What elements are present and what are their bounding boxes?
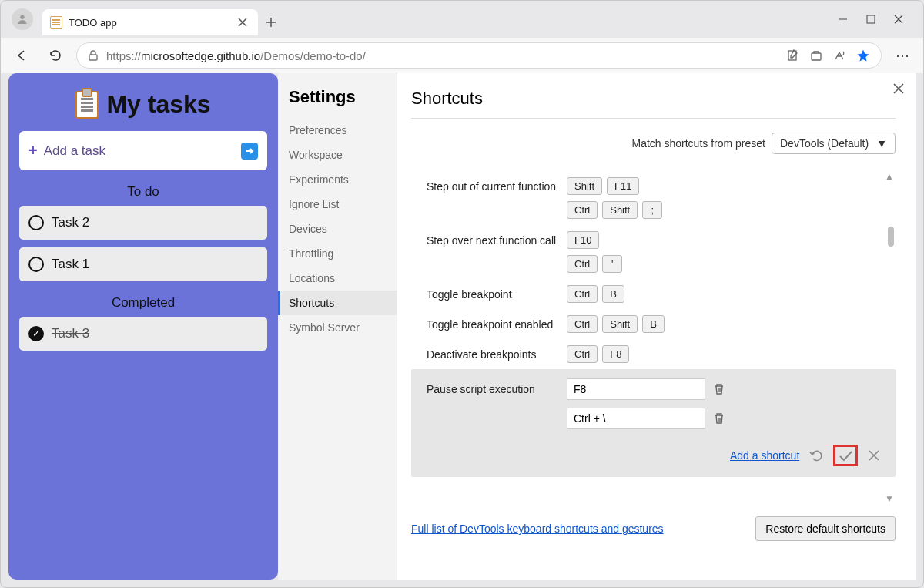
nav-item-experiments[interactable]: Experiments — [278, 167, 397, 192]
todo-app: My tasks + Add a task To do Task 2 Task … — [8, 73, 278, 580]
delete-shortcut-icon[interactable] — [710, 383, 728, 395]
shortcut-input[interactable]: F8 — [567, 378, 705, 400]
read-aloud-icon[interactable] — [833, 49, 845, 62]
address-bar[interactable]: https://microsoftedge.github.io/Demos/de… — [76, 42, 882, 69]
nav-item-preferences[interactable]: Preferences — [278, 118, 397, 143]
preset-select[interactable]: DevTools (Default) ▼ — [772, 133, 896, 154]
nav-item-throttling[interactable]: Throttling — [278, 241, 397, 266]
svg-point-0 — [20, 15, 24, 19]
shortcut-input[interactable]: Ctrl + \ — [567, 408, 705, 429]
settings-nav: Settings Preferences Workspace Experimen… — [278, 73, 397, 580]
nav-item-locations[interactable]: Locations — [278, 266, 397, 291]
devtools-settings: Settings Preferences Workspace Experimen… — [278, 73, 916, 580]
svg-rect-1 — [867, 15, 875, 23]
browser-toolbar: https://microsoftedge.github.io/Demos/de… — [1, 38, 923, 73]
shortcut-row: Deactivate breakpoints CtrlF8 — [411, 339, 896, 369]
favorite-icon[interactable] — [856, 49, 870, 62]
window-minimize-icon[interactable] — [839, 15, 848, 24]
refresh-button[interactable] — [42, 42, 69, 69]
task-checkbox[interactable] — [28, 215, 44, 230]
svg-rect-4 — [812, 53, 821, 60]
nav-item-symbol-server[interactable]: Symbol Server — [278, 315, 397, 340]
chevron-down-icon: ▼ — [876, 137, 887, 150]
scrollbar-thumb[interactable] — [888, 227, 894, 247]
panel-title: Shortcuts — [411, 89, 896, 119]
section-completed-label: Completed — [19, 295, 267, 311]
shortcut-row: Toggle breakpoint enabled CtrlShiftB — [411, 309, 896, 339]
tab-title: TODO app — [69, 17, 232, 29]
plus-icon: + — [28, 142, 38, 160]
shortcut-row-editing: Pause script execution F8 Ctrl + \ Add a… — [411, 369, 896, 477]
url-text: https://microsoftedge.github.io/Demos/de… — [106, 49, 366, 62]
app-title: My tasks — [106, 90, 210, 119]
revert-icon[interactable] — [807, 446, 825, 465]
new-tab-button[interactable] — [258, 9, 284, 35]
shortcut-row: Toggle breakpoint CtrlB — [411, 279, 896, 309]
task-checkbox[interactable] — [28, 326, 44, 341]
lock-icon — [88, 50, 99, 61]
back-button[interactable] — [8, 42, 35, 69]
cancel-icon[interactable] — [865, 447, 882, 464]
scroll-down-icon[interactable]: ▼ — [885, 493, 894, 504]
add-task-placeholder: Add a task — [44, 143, 105, 159]
shortcut-list: ▲ Step out of current function ShiftF11 … — [411, 171, 896, 504]
collections-icon[interactable] — [810, 49, 822, 62]
close-tab-icon[interactable] — [238, 18, 250, 27]
task-checkbox[interactable] — [28, 257, 44, 272]
svg-rect-2 — [89, 55, 97, 60]
delete-shortcut-icon[interactable] — [710, 412, 728, 425]
edit-page-icon[interactable] — [787, 49, 799, 62]
task-item[interactable]: Task 3 — [19, 317, 267, 351]
panel-close-icon[interactable] — [889, 79, 908, 98]
nav-item-shortcuts[interactable]: Shortcuts — [278, 291, 397, 315]
section-todo-label: To do — [19, 184, 267, 200]
add-task-input[interactable]: + Add a task — [19, 131, 267, 170]
confirm-icon[interactable] — [833, 445, 858, 466]
task-item[interactable]: Task 2 — [19, 206, 267, 240]
window-controls — [839, 15, 917, 24]
add-shortcut-link[interactable]: Add a shortcut — [730, 449, 799, 462]
profile-avatar[interactable] — [12, 8, 33, 30]
nav-item-ignore-list[interactable]: Ignore List — [278, 192, 397, 217]
nav-item-devices[interactable]: Devices — [278, 217, 397, 241]
preset-label: Match shortcuts from preset — [631, 137, 765, 150]
task-item[interactable]: Task 1 — [19, 247, 267, 281]
shortcuts-doc-link[interactable]: Full list of DevTools keyboard shortcuts… — [411, 522, 664, 535]
window-maximize-icon[interactable] — [866, 15, 875, 24]
browser-titlebar: TODO app — [1, 1, 923, 38]
shortcuts-panel: Shortcuts Match shortcuts from preset De… — [397, 73, 916, 580]
window-close-icon[interactable] — [894, 15, 903, 24]
browser-tab[interactable]: TODO app — [42, 9, 258, 35]
tab-favicon — [50, 16, 62, 29]
settings-nav-title: Settings — [278, 87, 397, 107]
restore-defaults-button[interactable]: Restore default shortcuts — [755, 516, 896, 541]
shortcut-row: Step out of current function ShiftF11 Ct… — [411, 171, 896, 225]
submit-task-icon[interactable] — [241, 143, 258, 160]
scroll-up-icon[interactable]: ▲ — [885, 171, 894, 182]
more-menu-icon[interactable]: ⋯ — [889, 47, 916, 64]
clipboard-icon — [75, 91, 99, 119]
nav-item-workspace[interactable]: Workspace — [278, 143, 397, 167]
shortcut-row: Step over next function call F10 Ctrl' — [411, 225, 896, 279]
